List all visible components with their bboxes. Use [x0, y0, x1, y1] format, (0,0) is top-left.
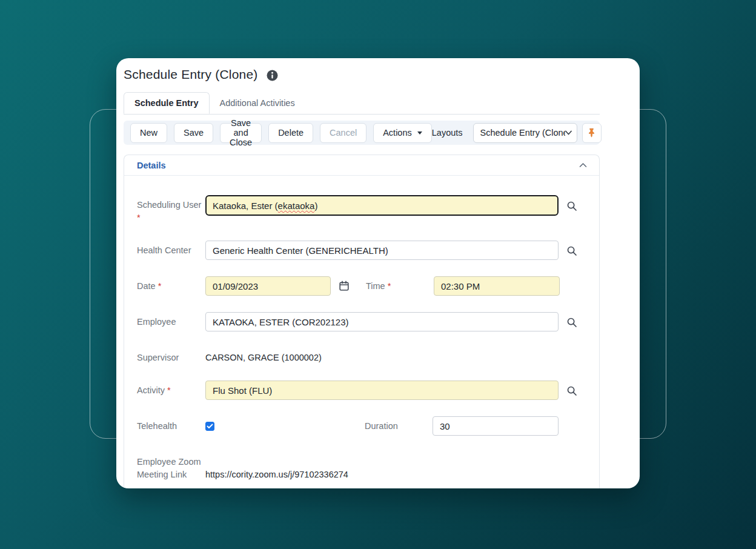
info-icon[interactable] [267, 70, 278, 81]
telehealth-checkbox[interactable] [205, 422, 214, 431]
search-icon [566, 317, 577, 328]
check-icon [207, 424, 213, 429]
actions-button[interactable]: Actions [373, 123, 432, 143]
field-row-scheduling-user: Scheduling User * Kataoka, Ester (ekatao… [137, 195, 587, 224]
field-label-text: Activity [137, 385, 165, 395]
tab-label: Additional Activities [220, 98, 295, 108]
layouts-group: Layouts Schedule Entry (Clone) [432, 123, 604, 143]
pushpin-icon [587, 128, 596, 138]
layouts-label: Layouts [432, 128, 463, 138]
tab-additional-activities[interactable]: Additional Activities [210, 92, 305, 114]
page-background: Schedule Entry (Clone) Schedule Entry Ad… [0, 0, 756, 549]
duration-input[interactable] [433, 416, 559, 436]
field-label: Time* [366, 276, 434, 293]
input-text-misspelled: ekataoka [278, 201, 315, 211]
details-body: Scheduling User * Kataoka, Ester (ekatao… [124, 176, 599, 481]
schedule-entry-modal: Schedule Entry (Clone) Schedule Entry Ad… [116, 58, 640, 488]
required-mark: * [158, 281, 162, 291]
required-mark: * [388, 281, 391, 291]
field-label: Activity* [137, 381, 205, 400]
field-row-date-time: Date* Time* [137, 276, 587, 296]
required-mark: * [137, 211, 205, 224]
new-button[interactable]: New [130, 123, 167, 143]
caret-down-icon [417, 131, 422, 135]
input-text: ) [314, 201, 317, 211]
field-label-text: Supervisor [137, 353, 179, 362]
activity-input[interactable] [205, 381, 559, 400]
field-row-employee: Employee [137, 312, 587, 331]
tab-label: Schedule Entry [134, 98, 199, 108]
calendar-icon [339, 281, 350, 291]
field-label-text: Employee Zoom Meeting Link [137, 457, 201, 479]
field-label-text: Duration [365, 421, 398, 431]
field-label-text: Employee [137, 317, 176, 327]
field-row-health-center: Health Center [137, 241, 587, 260]
time-input[interactable] [434, 276, 560, 296]
field-row-telehealth-duration: Telehealth Duration [137, 416, 587, 436]
field-label-text: Telehealth [137, 421, 177, 431]
activity-lookup-button[interactable] [566, 381, 577, 396]
tab-bar: Schedule Entry Additional Activities [124, 92, 600, 115]
scheduling-user-lookup-button[interactable] [566, 195, 577, 211]
cancel-button[interactable]: Cancel [320, 123, 366, 143]
search-icon [566, 385, 577, 396]
employee-zoom-link-value: https://cority.zoom.us/j/97102336274 [205, 452, 348, 479]
chevron-up-icon[interactable] [579, 162, 587, 168]
modal-header: Schedule Entry (Clone) [124, 58, 600, 84]
actions-label: Actions [383, 128, 412, 138]
field-label: Duration [365, 416, 433, 433]
input-text: Kataoka, Ester ( [213, 201, 278, 211]
date-input[interactable] [205, 276, 331, 296]
layout-select-value: Schedule Entry (Clone) [480, 128, 565, 138]
required-mark: * [167, 385, 171, 395]
field-row-supervisor: Supervisor CARSON, GRACE (1000002) [137, 348, 587, 364]
toolbar: New Save Save and Close Delete Cancel Ac… [124, 121, 600, 145]
field-row-employee-zoom-link: Employee Zoom Meeting Link https://corit… [137, 452, 587, 481]
field-label: Date* [137, 276, 205, 296]
delete-button[interactable]: Delete [268, 123, 313, 143]
health-center-lookup-button[interactable] [566, 241, 577, 256]
date-picker-button[interactable] [339, 276, 350, 291]
field-row-activity: Activity* [137, 381, 587, 400]
scheduling-user-input[interactable]: Kataoka, Ester (ekataoka) [205, 195, 559, 216]
details-panel: Details Scheduling User * Kataoka, Ester… [124, 155, 600, 488]
chevron-down-icon [565, 130, 572, 135]
field-label-text: Health Center [137, 245, 191, 255]
page-title: Schedule Entry (Clone) [124, 67, 258, 82]
field-label: Scheduling User * [137, 195, 205, 224]
supervisor-value: CARSON, GRACE (1000002) [205, 348, 322, 362]
pin-layout-button[interactable] [582, 123, 602, 143]
field-label: Health Center [137, 241, 205, 260]
field-label: Employee Zoom Meeting Link [137, 452, 205, 481]
tab-schedule-entry[interactable]: Schedule Entry [124, 92, 210, 114]
field-label: Telehealth [137, 416, 205, 436]
save-button[interactable]: Save [174, 123, 213, 143]
details-title: Details [137, 161, 166, 170]
health-center-input[interactable] [205, 241, 559, 260]
details-header[interactable]: Details [124, 155, 599, 176]
employee-lookup-button[interactable] [566, 312, 577, 328]
save-and-close-button[interactable]: Save and Close [220, 123, 262, 143]
field-label-text: Date [137, 281, 156, 291]
employee-input[interactable] [205, 312, 559, 331]
field-label-text: Scheduling User [137, 200, 201, 210]
search-icon [566, 201, 577, 211]
field-label: Supervisor [137, 348, 205, 364]
search-icon [566, 245, 577, 256]
field-label: Employee [137, 312, 205, 331]
layout-select[interactable]: Schedule Entry (Clone) [473, 123, 577, 143]
field-label-text: Time [366, 281, 385, 291]
